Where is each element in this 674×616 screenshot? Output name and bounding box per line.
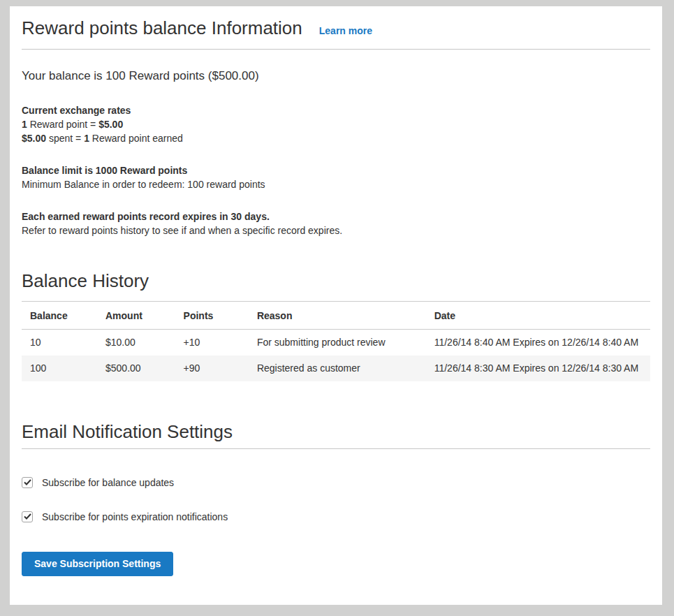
- minimum-balance-text: Minimum Balance in order to redeem: 100 …: [22, 177, 650, 191]
- balance-history-title: Balance History: [22, 270, 650, 292]
- balance-message: Your balance is 100 Reward points ($500.…: [22, 68, 650, 84]
- subscribe-expiration-notifications-checkbox[interactable]: [22, 511, 33, 522]
- page-header: Reward points balance Information Learn …: [22, 6, 650, 50]
- cell-amount: $10.00: [97, 330, 175, 355]
- expiration-section: Each earned reward points record expires…: [22, 210, 650, 237]
- balance-limit-heading: Balance limit is 1000 Reward points: [22, 163, 650, 177]
- subscribe-balance-updates-label: Subscribe for balance updates: [42, 476, 174, 489]
- checkmark-icon: [24, 513, 31, 520]
- cell-amount: $500.00: [97, 355, 175, 381]
- column-header-reason: Reason: [249, 302, 426, 330]
- cell-points: +10: [175, 330, 249, 355]
- cell-date: 11/26/14 8:30 AM Expires on 12/26/14 8:3…: [426, 355, 650, 381]
- table-header-row: Balance Amount Points Reason Date: [22, 302, 650, 330]
- cell-reason: Registered as customer: [249, 355, 426, 381]
- balance-limit-section: Balance limit is 1000 Reward points Mini…: [22, 163, 650, 191]
- expiration-heading: Each earned reward points record expires…: [22, 210, 650, 223]
- save-subscription-settings-button[interactable]: Save Subscription Settings: [22, 552, 173, 576]
- column-header-points: Points: [175, 302, 249, 330]
- reward-points-panel: Reward points balance Information Learn …: [10, 6, 662, 605]
- subscribe-balance-updates-row[interactable]: Subscribe for balance updates: [22, 476, 650, 489]
- subscribe-expiration-notifications-row[interactable]: Subscribe for points expiration notifica…: [22, 511, 650, 523]
- learn-more-link[interactable]: Learn more: [319, 25, 372, 36]
- checkmark-icon: [24, 479, 31, 485]
- balance-history-table: Balance Amount Points Reason Date 10 $10…: [22, 301, 650, 381]
- exchange-rate-earning-line: 1 Reward point = $5.00: [22, 117, 650, 131]
- exchange-rate-spending-line: $5.00 spent = 1 Reward point earned: [22, 131, 650, 145]
- table-row: 10 $10.00 +10 For submitting product rev…: [22, 330, 650, 355]
- exchange-rates-section: Current exchange rates 1 Reward point = …: [22, 103, 650, 145]
- cell-balance: 10: [22, 330, 97, 355]
- cell-reason: For submitting product review: [249, 330, 426, 355]
- column-header-amount: Amount: [97, 302, 175, 330]
- exchange-rates-heading: Current exchange rates: [22, 103, 650, 117]
- column-header-balance: Balance: [22, 302, 97, 330]
- table-row: 100 $500.00 +90 Registered as customer 1…: [22, 355, 650, 381]
- page-title: Reward points balance Information: [22, 17, 302, 39]
- expiration-note: Refer to reward points history to see if…: [22, 223, 650, 237]
- cell-balance: 100: [22, 355, 97, 381]
- subscribe-balance-updates-checkbox[interactable]: [22, 477, 33, 488]
- cell-date: 11/26/14 8:40 AM Expires on 12/26/14 8:4…: [426, 330, 650, 355]
- subscribe-expiration-notifications-label: Subscribe for points expiration notifica…: [42, 511, 228, 523]
- email-notification-settings-title: Email Notification Settings: [22, 420, 650, 449]
- column-header-date: Date: [426, 302, 650, 330]
- cell-points: +90: [175, 355, 249, 381]
